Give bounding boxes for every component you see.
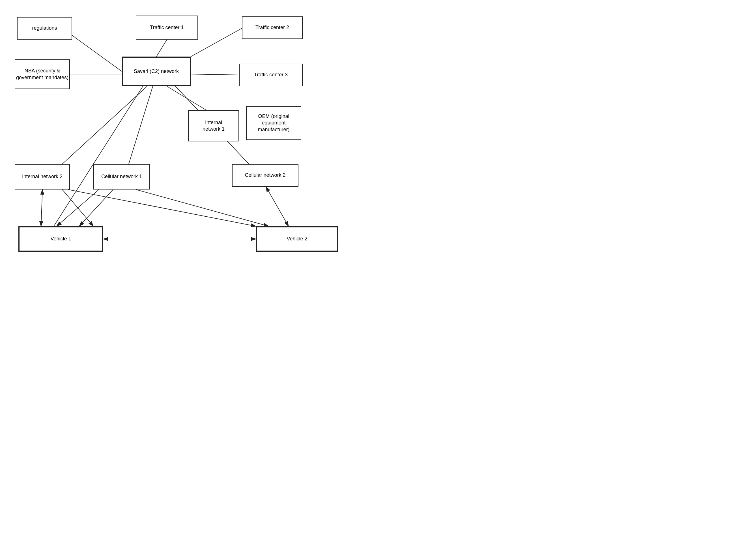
svg-line-9 [129,86,153,164]
internal_network_1-label: Internal network 1 [202,119,225,133]
vehicle_2-node: Vehicle 2 [256,226,338,252]
internal_network_2-node: Internal network 2 [15,164,70,189]
svg-line-6 [191,74,239,75]
svg-line-15 [136,189,269,226]
vehicle_2-label: Vehicle 2 [287,235,307,242]
svg-line-16 [68,189,256,226]
regulations-node: regulations [17,17,72,40]
traffic_center_1-label: Traffic center 1 [150,24,184,31]
svg-line-11 [54,86,143,226]
nsa-label: NSA (security & government mandates) [15,68,69,81]
traffic_center_1-node: Traffic center 1 [136,15,198,40]
cellular_network_1-label: Cellular network 1 [101,173,142,180]
svg-line-13 [62,189,94,226]
cellular_network_2-label: Cellular network 2 [245,172,286,179]
svg-line-14 [79,189,113,226]
oem-node: OEM (original equipment manufacturer) [246,106,301,140]
cellular_network_2-node: Cellular network 2 [232,164,298,187]
vehicle_1-node: Vehicle 1 [18,226,103,252]
svg-line-2 [72,35,122,71]
regulations-label: regulations [32,25,57,31]
svg-line-19 [57,189,99,226]
svg-line-8 [62,86,147,164]
vehicle_1-label: Vehicle 1 [50,235,71,242]
svg-line-7 [167,86,207,110]
traffic_center_2-label: Traffic center 2 [255,24,289,31]
savari-node: Savari (C2) network [122,57,191,86]
oem-label: OEM (original equipment manufacturer) [247,113,301,133]
svg-line-4 [191,28,242,57]
nsa-node: NSA (security & government mandates) [15,60,70,89]
traffic_center_2-node: Traffic center 2 [242,16,303,39]
svg-line-3 [156,40,167,57]
internal_network_2-label: Internal network 2 [22,173,63,180]
traffic_center_3-node: Traffic center 3 [239,64,303,86]
traffic_center_3-label: Traffic center 3 [254,72,288,78]
svg-line-17 [266,187,289,226]
svg-line-12 [41,189,42,226]
cellular_network_1-node: Cellular network 1 [94,164,150,189]
internal_network_1-node: Internal network 1 [188,110,239,141]
savari-label: Savari (C2) network [134,68,179,75]
